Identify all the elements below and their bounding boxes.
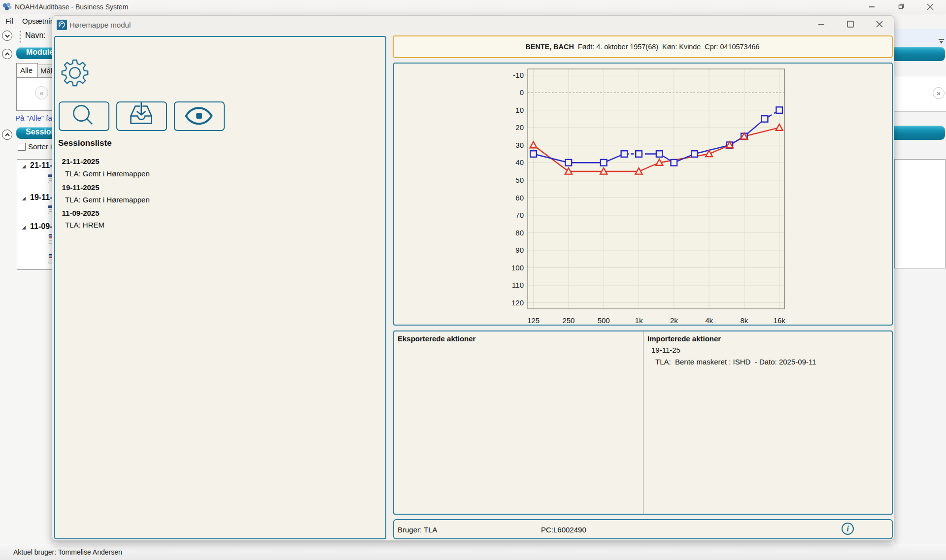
svg-text:0: 0 [520,88,524,97]
svg-text:500: 500 [598,316,610,325]
svg-text:8k: 8k [740,316,748,325]
svg-text:-10: -10 [513,71,524,79]
svg-text:1k: 1k [635,316,643,325]
svg-text:90: 90 [515,246,524,254]
svg-text:70: 70 [515,211,524,219]
svg-text:20: 20 [515,123,524,132]
svg-text:110: 110 [512,281,524,289]
svg-text:120: 120 [511,298,524,307]
svg-text:60: 60 [515,194,524,202]
svg-text:4k: 4k [705,316,713,325]
svg-text:80: 80 [515,229,524,237]
svg-text:125: 125 [527,316,540,325]
svg-text:2k: 2k [670,316,678,325]
svg-text:50: 50 [515,176,524,184]
svg-text:30: 30 [515,141,524,149]
svg-text:40: 40 [515,158,524,166]
svg-text:250: 250 [562,316,574,325]
svg-text:16k: 16k [774,316,786,325]
svg-text:100: 100 [511,264,524,272]
svg-text:10: 10 [515,106,524,114]
